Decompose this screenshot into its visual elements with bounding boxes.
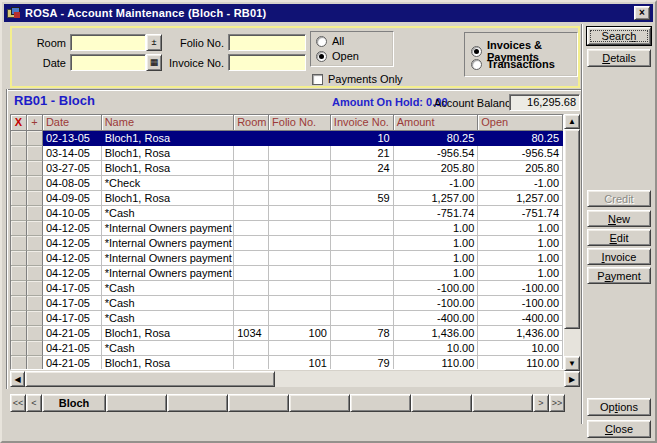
room-input[interactable]	[70, 34, 146, 51]
cell-plus	[27, 296, 43, 311]
cell-name: *Internal Owners payment code	[102, 236, 234, 251]
cell-x	[11, 326, 27, 341]
folio-label: Folio No.	[164, 35, 224, 51]
invoice-button[interactable]: Invoice	[587, 248, 651, 265]
scroll-right-icon[interactable]: ▶	[564, 371, 580, 387]
cell-name: *Internal Owners payment code	[102, 251, 234, 266]
column-header-date[interactable]: Date	[43, 115, 102, 131]
tab-bloch[interactable]: Bloch	[42, 394, 106, 412]
cell-amount: 1,436.00	[394, 326, 479, 341]
column-header-plus[interactable]: +	[27, 115, 43, 131]
table-row[interactable]: 03-14-05Bloch1, Rosa21-956.54-956.54	[11, 146, 563, 161]
tab-prev-button[interactable]: <	[26, 394, 42, 412]
table-row[interactable]: 04-12-05*Internal Owners payment code1.0…	[11, 236, 563, 251]
table-row[interactable]: 04-17-05*Cash-100.00-100.00	[11, 281, 563, 296]
cell-date: 04-17-05	[43, 311, 102, 326]
invoice-no-input[interactable]	[228, 54, 306, 71]
tab-empty[interactable]	[289, 394, 350, 412]
radio-transactions[interactable]: Transactions	[471, 58, 555, 70]
close-button[interactable]: Close	[587, 420, 651, 438]
account-balance-label: Account Balance	[434, 97, 517, 109]
date-input[interactable]	[70, 54, 146, 71]
cell-x	[11, 236, 27, 251]
horizontal-scrollbar-thumb[interactable]	[25, 371, 275, 387]
folio-input[interactable]	[228, 34, 306, 51]
table-row[interactable]: 02-13-05Bloch1, Rosa1080.2580.25	[11, 131, 563, 146]
radio-open-icon[interactable]	[316, 51, 327, 62]
table-row[interactable]: 03-27-05Bloch1, Rosa24205.80205.80	[11, 161, 563, 176]
tab-empty[interactable]	[106, 394, 167, 412]
tab-last-button[interactable]: >>	[549, 394, 565, 412]
radio-all-icon[interactable]	[316, 36, 327, 47]
radio-open[interactable]: Open	[316, 50, 359, 62]
column-header-open[interactable]: Open	[478, 115, 563, 131]
scroll-left-icon[interactable]: ◀	[10, 371, 25, 387]
column-header-amount[interactable]: Amount	[394, 115, 479, 131]
room-dropdown-icon[interactable]: ±	[146, 34, 162, 51]
table-row[interactable]: 04-21-05*Cash10.0010.00	[11, 341, 563, 356]
room-label: Room	[26, 35, 66, 51]
table-row[interactable]: 04-12-05*Internal Owners payment code1.0…	[11, 251, 563, 266]
edit-button[interactable]: Edit	[587, 229, 651, 246]
cell-room	[234, 191, 269, 206]
cell-invoice	[331, 176, 394, 191]
column-header-invoice[interactable]: Invoice No.	[331, 115, 394, 131]
cell-open: 1.00	[478, 236, 563, 251]
cell-date: 04-09-05	[43, 191, 102, 206]
table-row[interactable]: 04-17-05*Cash-100.00-100.00	[11, 296, 563, 311]
scroll-up-icon[interactable]: ▲	[564, 114, 580, 129]
options-button[interactable]: Options	[587, 398, 651, 416]
table-row[interactable]: 04-12-05*Internal Owners payment code1.0…	[11, 266, 563, 281]
radio-invoices-payments-icon[interactable]	[471, 46, 482, 57]
vertical-scrollbar-thumb[interactable]	[564, 129, 580, 329]
table-row[interactable]: 04-08-05*Check-1.00-1.00	[11, 176, 563, 191]
tab-empty[interactable]	[350, 394, 411, 412]
column-header-name[interactable]: Name	[102, 115, 235, 131]
cell-open: 1,436.00	[478, 326, 563, 341]
cell-open: 1.00	[478, 251, 563, 266]
table-row[interactable]: 04-09-05Bloch1, Rosa591,257.001,257.00	[11, 191, 563, 206]
date-label: Date	[26, 55, 66, 71]
new-button[interactable]: New	[587, 210, 651, 227]
date-calendar-icon[interactable]: ▦	[146, 54, 162, 71]
scroll-down-icon[interactable]: ▼	[564, 356, 580, 371]
cell-invoice	[331, 311, 394, 326]
cell-date: 02-13-05	[43, 131, 102, 146]
search-button[interactable]: Search	[587, 27, 651, 45]
tab-empty[interactable]	[228, 394, 289, 412]
tab-first-button[interactable]: <<	[10, 394, 26, 412]
cell-x	[11, 191, 27, 206]
radio-transactions-icon[interactable]	[471, 59, 482, 70]
details-button[interactable]: Details	[587, 49, 651, 67]
cell-name: *Internal Owners payment code	[102, 221, 234, 236]
horizontal-scrollbar[interactable]: ◀	[10, 371, 564, 387]
column-header-x[interactable]: X	[11, 115, 27, 131]
close-window-icon[interactable]: ×	[634, 6, 650, 20]
vertical-scrollbar[interactable]: ▲ ▼	[564, 114, 580, 371]
tab-next-button[interactable]: >	[533, 394, 549, 412]
cell-plus	[27, 131, 43, 146]
cell-date: 04-21-05	[43, 356, 102, 370]
filter-panel: Room ± Date ▦ Folio No. Invoice No. All …	[10, 26, 580, 88]
cell-date: 04-21-05	[43, 326, 102, 341]
cell-folio	[269, 176, 331, 191]
cell-plus	[27, 356, 43, 370]
table-row[interactable]: 04-21-05Bloch1, Rosa1034100781,436.001,4…	[11, 326, 563, 341]
tab-empty[interactable]	[411, 394, 472, 412]
divider	[581, 24, 583, 424]
payment-button[interactable]: Payment	[587, 267, 651, 284]
tab-strip-empty	[106, 394, 533, 412]
cell-folio	[269, 221, 331, 236]
radio-all[interactable]: All	[316, 35, 344, 47]
table-row[interactable]: 04-10-05*Cash-751.74-751.74	[11, 206, 563, 221]
column-header-folio[interactable]: Folio No.	[269, 115, 331, 131]
table-row[interactable]: 04-17-05*Cash-400.00-400.00	[11, 311, 563, 326]
payments-only-checkbox-row[interactable]: Payments Only	[312, 73, 403, 85]
table-row[interactable]: 04-21-05Bloch1, Rosa10179110.00110.00	[11, 356, 563, 370]
tab-empty[interactable]	[167, 394, 228, 412]
payments-only-checkbox[interactable]	[312, 74, 323, 85]
table-row[interactable]: 04-12-05*Internal Owners payment code1.0…	[11, 221, 563, 236]
tab-empty[interactable]	[472, 394, 533, 412]
column-header-room[interactable]: Room	[234, 115, 269, 131]
cell-invoice: 10	[331, 131, 394, 146]
